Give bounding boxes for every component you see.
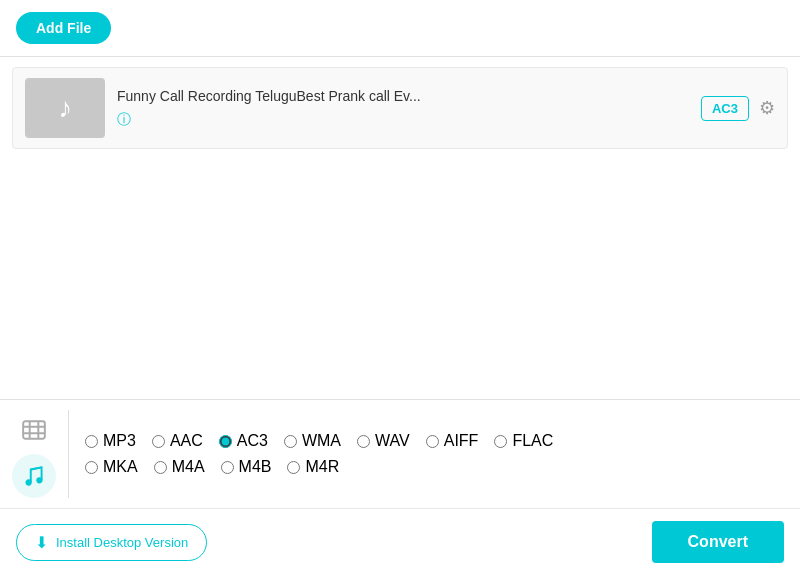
format-options: MP3 AAC AC3 WMA WAV [85, 432, 788, 476]
format-option-m4a[interactable]: M4A [154, 458, 205, 476]
format-option-flac[interactable]: FLAC [494, 432, 553, 450]
format-selector: MP3 AAC AC3 WMA WAV [0, 400, 800, 509]
top-bar: Add File [0, 0, 800, 57]
format-option-m4b[interactable]: M4B [221, 458, 272, 476]
format-option-mka[interactable]: MKA [85, 458, 138, 476]
video-tab[interactable] [14, 410, 54, 450]
svg-line-7 [31, 467, 42, 469]
format-badge[interactable]: AC3 [701, 96, 749, 121]
file-list-area: ♪ Funny Call Recording TeluguBest Prank … [0, 57, 800, 399]
download-icon: ⬇ [35, 533, 48, 552]
info-icon[interactable]: ⓘ [117, 111, 131, 127]
settings-icon[interactable]: ⚙ [759, 97, 775, 119]
file-name: Funny Call Recording TeluguBest Prank ca… [117, 88, 689, 104]
convert-button[interactable]: Convert [652, 521, 784, 563]
svg-point-5 [26, 480, 30, 484]
file-actions: AC3 ⚙ [701, 96, 775, 121]
music-icon: ♪ [58, 92, 72, 124]
file-item: ♪ Funny Call Recording TeluguBest Prank … [12, 67, 788, 149]
format-option-mp3[interactable]: MP3 [85, 432, 136, 450]
install-button[interactable]: ⬇ Install Desktop Version [16, 524, 207, 561]
svg-point-6 [37, 478, 41, 482]
format-option-aac[interactable]: AAC [152, 432, 203, 450]
format-row-2: MKA M4A M4B M4R [85, 458, 788, 476]
bottom-panel: MP3 AAC AC3 WMA WAV [0, 399, 800, 575]
format-row-1: MP3 AAC AC3 WMA WAV [85, 432, 788, 450]
file-info: Funny Call Recording TeluguBest Prank ca… [105, 88, 701, 129]
action-bar: ⬇ Install Desktop Version Convert [0, 509, 800, 575]
svg-rect-0 [23, 421, 45, 438]
format-option-m4r[interactable]: M4R [287, 458, 339, 476]
format-type-tabs [12, 410, 69, 498]
format-option-ac3[interactable]: AC3 [219, 432, 268, 450]
audio-tab[interactable] [12, 454, 56, 498]
add-file-button[interactable]: Add File [16, 12, 111, 44]
format-option-wma[interactable]: WMA [284, 432, 341, 450]
format-option-wav[interactable]: WAV [357, 432, 410, 450]
file-thumbnail: ♪ [25, 78, 105, 138]
format-option-aiff[interactable]: AIFF [426, 432, 479, 450]
